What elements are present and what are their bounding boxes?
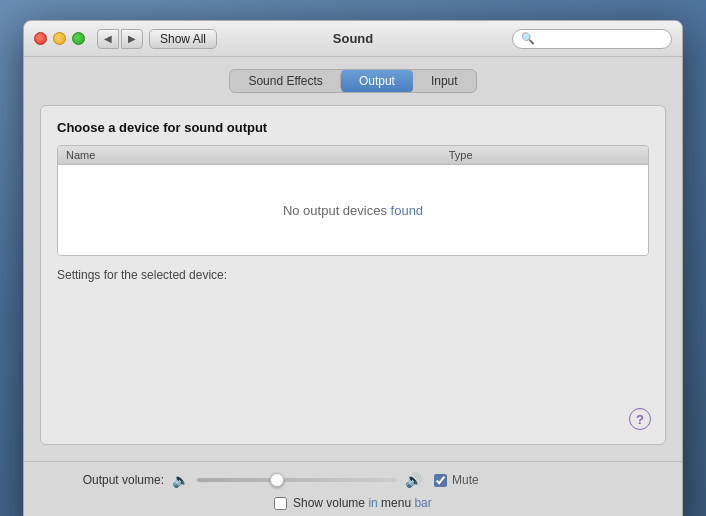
volume-slider[interactable] (197, 478, 397, 482)
show-all-button[interactable]: Show All (149, 29, 217, 49)
titlebar: ◀ ▶ Show All Sound 🔍 (24, 21, 682, 57)
show-volume-row: Show volume in menu bar (44, 496, 662, 510)
mute-label: Mute (452, 473, 479, 487)
nav-buttons: ◀ ▶ (97, 29, 143, 49)
close-button[interactable] (34, 32, 47, 45)
mute-checkbox[interactable] (434, 474, 447, 487)
output-panel: Choose a device for sound output Name Ty… (40, 105, 666, 445)
minimize-button[interactable] (53, 32, 66, 45)
no-devices-message: No output devices found (283, 203, 423, 218)
search-box: 🔍 (512, 29, 672, 49)
no-devices-prefix: No output devices (283, 203, 391, 218)
help-button[interactable]: ? (629, 408, 651, 430)
window-title: Sound (333, 31, 373, 46)
forward-button[interactable]: ▶ (121, 29, 143, 49)
maximize-button[interactable] (72, 32, 85, 45)
tabs-container: Sound Effects Output Input (229, 69, 476, 93)
tabs-row: Sound Effects Output Input (40, 69, 666, 93)
no-devices-found: found (391, 203, 424, 218)
show-volume-checkbox[interactable] (274, 497, 287, 510)
traffic-lights (34, 32, 85, 45)
search-icon: 🔍 (521, 32, 535, 45)
volume-label: Output volume: (74, 473, 164, 487)
col-name-header: Name (66, 149, 449, 161)
back-button[interactable]: ◀ (97, 29, 119, 49)
tab-sound-effects[interactable]: Sound Effects (230, 70, 341, 92)
bottom-bar: Output volume: 🔈 🔊 Mute Show volume in m… (24, 461, 682, 516)
table-header: Name Type (58, 146, 648, 165)
tab-input[interactable]: Input (413, 70, 476, 92)
search-input[interactable] (539, 32, 663, 46)
mute-row: Mute (434, 473, 479, 487)
window: ◀ ▶ Show All Sound 🔍 Sound Effects Outpu… (23, 20, 683, 516)
speaker-high-icon: 🔊 (405, 472, 422, 488)
device-table: Name Type No output devices found (57, 145, 649, 256)
settings-label: Settings for the selected device: (57, 268, 649, 282)
speaker-low-icon: 🔈 (172, 472, 189, 488)
volume-row: Output volume: 🔈 🔊 Mute (44, 472, 662, 488)
panel-title: Choose a device for sound output (57, 120, 649, 135)
content: Sound Effects Output Input Choose a devi… (24, 57, 682, 461)
slider-thumb (270, 473, 284, 487)
show-volume-label: Show volume in menu bar (293, 496, 432, 510)
tab-output[interactable]: Output (341, 70, 413, 92)
table-body: No output devices found (58, 165, 648, 255)
col-type-header: Type (449, 149, 640, 161)
